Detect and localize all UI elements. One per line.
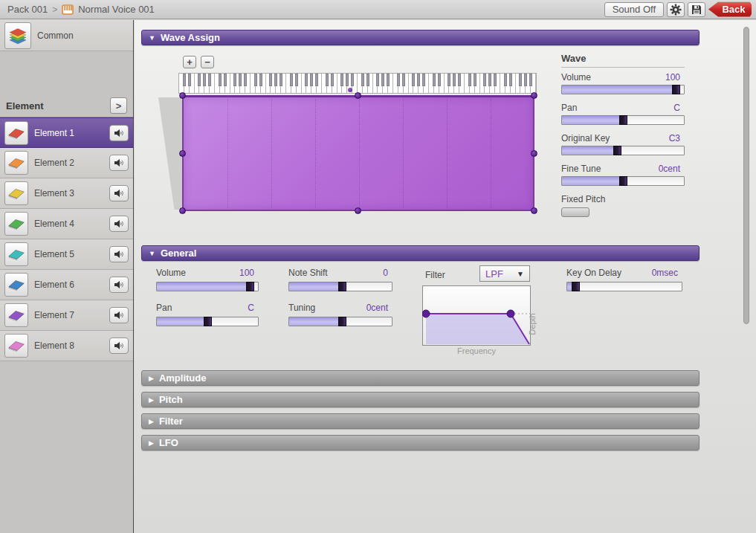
element-icon-button[interactable] [4, 151, 28, 175]
black-key[interactable] [290, 74, 293, 86]
black-key[interactable] [346, 74, 349, 86]
black-key[interactable] [254, 74, 257, 86]
slider-handle[interactable] [246, 282, 254, 291]
black-key[interactable] [504, 74, 507, 86]
element-icon-button[interactable] [4, 273, 28, 297]
element-speaker-button[interactable] [109, 185, 129, 201]
region-handle-bottom-left[interactable] [179, 207, 186, 214]
black-key[interactable] [468, 74, 471, 86]
section-amplitude[interactable]: ▶ Amplitude [141, 370, 700, 386]
black-key[interactable] [219, 74, 222, 86]
sidebar-item-element-3[interactable]: Element 3 [0, 178, 133, 209]
black-key[interactable] [453, 74, 456, 86]
black-key[interactable] [274, 74, 277, 86]
tuning-slider[interactable] [288, 317, 392, 326]
general-header[interactable]: ▼ General [141, 245, 700, 261]
keyboard[interactable] [178, 73, 537, 94]
slider-handle[interactable] [572, 282, 580, 291]
slider-handle[interactable] [619, 115, 627, 125]
black-key[interactable] [488, 74, 491, 86]
black-key[interactable] [417, 74, 420, 86]
common-icon-button[interactable] [4, 22, 31, 49]
element-icon-button[interactable] [4, 303, 28, 327]
element-icon-button[interactable] [4, 212, 28, 236]
region-handle-top-mid[interactable] [355, 92, 361, 99]
black-key[interactable] [387, 74, 390, 86]
slider-handle[interactable] [672, 85, 680, 94]
sidebar-item-element-1[interactable]: Element 1 [0, 117, 133, 148]
black-key[interactable] [315, 74, 318, 86]
sidebar-item-element-5[interactable]: Element 5 [0, 239, 133, 270]
slider-handle[interactable] [619, 176, 627, 186]
black-key[interactable] [331, 74, 334, 86]
black-key[interactable] [483, 74, 486, 86]
fixed-pitch-toggle[interactable] [561, 207, 589, 217]
black-key[interactable] [474, 74, 476, 86]
slider-handle[interactable] [613, 146, 621, 155]
element-icon-button[interactable] [4, 121, 28, 145]
region-handle-bottom-mid[interactable] [355, 207, 361, 214]
black-key[interactable] [259, 74, 262, 86]
section-filter[interactable]: ▶ Filter [141, 413, 700, 429]
black-key[interactable] [326, 74, 329, 86]
black-key[interactable] [433, 74, 436, 86]
slider-handle[interactable] [204, 317, 212, 326]
black-key[interactable] [310, 74, 313, 86]
section-lfo[interactable]: ▶ LFO [141, 435, 700, 450]
scrollbar-thumb[interactable] [743, 27, 749, 324]
black-key[interactable] [519, 74, 522, 86]
sidebar-item-element-2[interactable]: Element 2 [0, 148, 133, 178]
black-key[interactable] [438, 74, 441, 86]
black-key[interactable] [233, 74, 236, 86]
black-key[interactable] [340, 74, 343, 86]
original-key-slider[interactable] [561, 146, 685, 155]
black-key[interactable] [397, 74, 400, 86]
black-key[interactable] [402, 74, 405, 86]
settings-button[interactable] [667, 2, 685, 17]
black-key[interactable] [524, 74, 527, 86]
filter-graph[interactable]: Frequency Depth [422, 285, 543, 358]
black-key[interactable] [203, 74, 206, 86]
sidebar-item-element-8[interactable]: Element 8 [0, 331, 133, 361]
sidebar-item-common[interactable]: Common [0, 20, 133, 51]
section-pitch[interactable]: ▶ Pitch [141, 392, 700, 407]
element-speaker-button[interactable] [109, 125, 129, 141]
element-speaker-button[interactable] [109, 155, 129, 171]
sidebar-item-element-7[interactable]: Element 7 [0, 300, 133, 331]
black-key[interactable] [448, 74, 450, 86]
element-speaker-button[interactable] [109, 307, 129, 323]
region-handle-bottom-right[interactable] [531, 207, 537, 214]
element-expand-button[interactable]: > [110, 97, 127, 114]
note-shift-slider[interactable] [288, 282, 392, 291]
region-handle-mid-right[interactable] [531, 150, 537, 157]
element-icon-button[interactable] [4, 242, 28, 266]
fine-tune-slider[interactable] [561, 176, 685, 186]
black-key[interactable] [244, 74, 247, 86]
wave-assign-header[interactable]: ▼ Wave Assign [141, 30, 700, 45]
slider-handle[interactable] [338, 282, 346, 291]
pan-slider[interactable] [561, 115, 685, 125]
element-icon-button[interactable] [4, 334, 28, 358]
black-key[interactable] [422, 74, 425, 86]
black-key[interactable] [183, 74, 186, 86]
element-speaker-button[interactable] [109, 337, 129, 354]
region-handle-top-left[interactable] [179, 92, 186, 99]
breadcrumb-pack[interactable]: Pack 001 [7, 4, 48, 15]
slider-handle[interactable] [338, 317, 346, 326]
black-key[interactable] [198, 74, 201, 86]
element-speaker-button[interactable] [109, 216, 129, 232]
save-button[interactable] [688, 2, 705, 17]
black-key[interactable] [458, 74, 461, 86]
black-key[interactable] [376, 74, 379, 86]
filter-type-dropdown[interactable]: LPF ▼ [479, 265, 530, 282]
zoom-out-button[interactable]: − [201, 56, 214, 68]
black-key[interactable] [494, 74, 497, 86]
region-handle-mid-left[interactable] [179, 150, 186, 157]
black-key[interactable] [208, 74, 211, 86]
black-key[interactable] [351, 74, 354, 86]
black-key[interactable] [188, 74, 191, 86]
sidebar-item-element-4[interactable]: Element 4 [0, 209, 133, 239]
black-key[interactable] [269, 74, 272, 86]
note-range-region[interactable] [182, 95, 534, 211]
black-key[interactable] [529, 74, 532, 86]
